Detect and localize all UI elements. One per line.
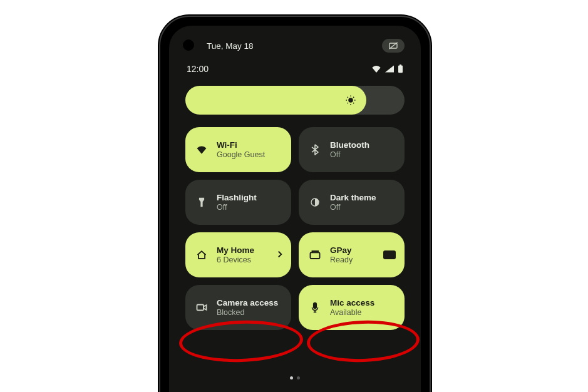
chevron-right-icon	[277, 249, 282, 260]
tile-title: Camera access	[217, 298, 278, 308]
mic-icon	[309, 302, 321, 313]
tile-bluetooth[interactable]: Bluetooth Off	[299, 127, 405, 172]
status-icons	[371, 64, 403, 73]
status-time: 12:00	[187, 64, 209, 74]
screenshot-disabled-chip[interactable]	[382, 39, 405, 53]
tile-sub: Off	[330, 150, 369, 159]
wallet-icon	[309, 250, 321, 260]
tile-home[interactable]: My Home 6 Devices	[185, 232, 291, 277]
tile-title: Wi-Fi	[217, 140, 265, 150]
tile-title: GPay	[330, 245, 353, 255]
tile-title: My Home	[217, 245, 254, 255]
tile-sub: Off	[330, 203, 376, 212]
status-date: Tue, May 18	[207, 41, 254, 51]
tile-title: Dark theme	[330, 193, 376, 203]
wifi-icon	[195, 145, 208, 154]
svg-line-11	[348, 103, 348, 103]
brightness-slider[interactable]	[185, 86, 405, 115]
tile-title: Bluetooth	[330, 140, 369, 150]
svg-line-12	[353, 97, 354, 98]
page-dot	[297, 376, 300, 379]
tile-sub: Available	[330, 308, 374, 317]
tile-gpay[interactable]: GPay Ready	[299, 232, 405, 277]
tile-sub: Ready	[330, 255, 353, 264]
tile-title: Flashlight	[217, 193, 257, 203]
svg-rect-15	[197, 305, 204, 311]
phone-screen: Tue, May 18 12:00	[169, 26, 421, 392]
page-indicator	[169, 376, 421, 379]
camera-icon	[195, 303, 208, 312]
svg-rect-16	[314, 303, 317, 309]
card-thumb-icon	[383, 250, 396, 259]
tile-mic-access[interactable]: Mic access Available	[299, 285, 405, 330]
flashlight-icon	[195, 197, 208, 208]
home-icon	[195, 250, 208, 260]
phone-frame: Tue, May 18 12:00	[159, 16, 431, 392]
brightness-slider-fill	[185, 86, 366, 115]
volume-up-button	[430, 155, 431, 195]
tile-sub: Off	[217, 203, 257, 212]
signal-icon	[385, 65, 394, 73]
tile-flashlight[interactable]: Flashlight Off	[185, 180, 291, 225]
tile-sub: 6 Devices	[217, 255, 254, 264]
svg-rect-14	[311, 252, 320, 259]
dark-theme-icon	[309, 197, 321, 207]
tile-darktheme[interactable]: Dark theme Off	[299, 180, 405, 225]
svg-line-9	[348, 97, 348, 98]
tile-title: Mic access	[330, 298, 374, 308]
svg-point-4	[349, 98, 353, 102]
page-dot	[290, 376, 293, 379]
volume-down-button	[430, 202, 431, 242]
tile-sub: Google Guest	[217, 150, 265, 159]
svg-rect-2	[398, 65, 403, 73]
wifi-icon	[371, 65, 381, 73]
brightness-icon	[345, 95, 356, 106]
tile-camera-access[interactable]: Camera access Blocked	[185, 285, 291, 330]
tile-wifi[interactable]: Wi-Fi Google Guest	[185, 127, 291, 172]
bluetooth-icon	[309, 144, 321, 155]
svg-line-10	[353, 103, 354, 103]
battery-icon	[398, 64, 403, 73]
svg-rect-3	[400, 64, 401, 66]
tile-sub: Blocked	[217, 308, 278, 317]
